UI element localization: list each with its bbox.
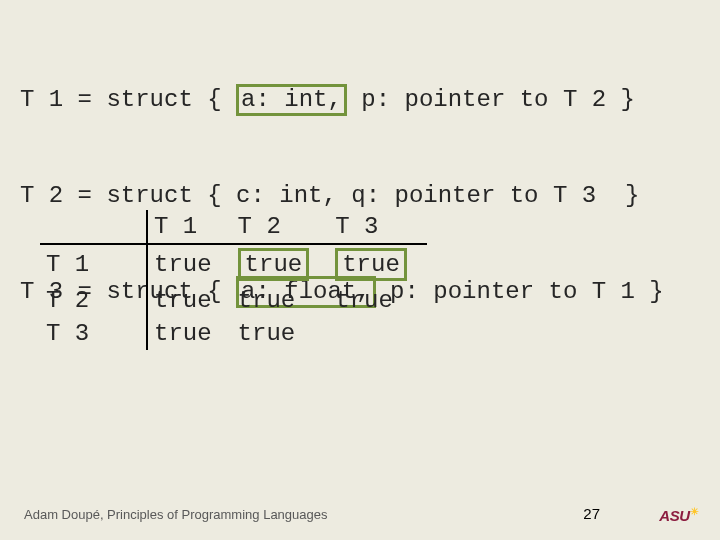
table-cell: true [232,244,330,284]
equivalence-table: T 1 T 2 T 3 T 1truetruetrueT 2truetruetr… [40,210,427,350]
table-cell: true [147,317,232,350]
col-header: T 2 [232,210,330,244]
table-cell: true [147,244,232,284]
table-cell: true [147,284,232,317]
highlighted-cell: true [335,248,407,281]
logo-text: ASU [659,507,689,524]
def-row-t2: T 2 = struct { c: int, q: pointer to T 3… [20,180,664,212]
table-cell: true [232,284,330,317]
equivalence-table-wrap: T 1 T 2 T 3 T 1truetruetrueT 2truetruetr… [40,210,427,350]
def-t1-highlight: a: int, [236,84,347,116]
asu-logo: ASU☀ [659,506,698,524]
col-header: T 1 [147,210,232,244]
table-cell: true [329,284,427,317]
page-number: 27 [583,505,600,522]
highlighted-cell: true [238,248,310,281]
col-header: T 3 [329,210,427,244]
row-header: T 1 [40,244,147,284]
def-t2-lhs: T 2 = struct { [20,180,236,212]
table-body: T 1truetruetrueT 2truetruetrueT 3truetru… [40,244,427,350]
table-row: T 1truetruetrue [40,244,427,284]
table-header-row: T 1 T 2 T 3 [40,210,427,244]
slide: T 1 = struct { a: int, p: pointer to T 2… [0,0,720,540]
table-corner [40,210,147,244]
def-t1-rest: p: pointer to T 2 } [347,84,635,116]
def-t1-lhs: T 1 = struct { [20,84,236,116]
table-cell: true [232,317,330,350]
table-row: T 3truetrue [40,317,427,350]
row-header: T 2 [40,284,147,317]
def-t2-mid: c: int, q: pointer to T 3 } [236,180,639,212]
row-header: T 3 [40,317,147,350]
table-cell: true [329,244,427,284]
table-row: T 2truetruetrue [40,284,427,317]
def-row-t1: T 1 = struct { a: int, p: pointer to T 2… [20,84,664,116]
table-cell [329,317,427,350]
sunburst-icon: ☀ [690,506,699,517]
footer-attribution: Adam Doupé, Principles of Programming La… [24,507,328,522]
